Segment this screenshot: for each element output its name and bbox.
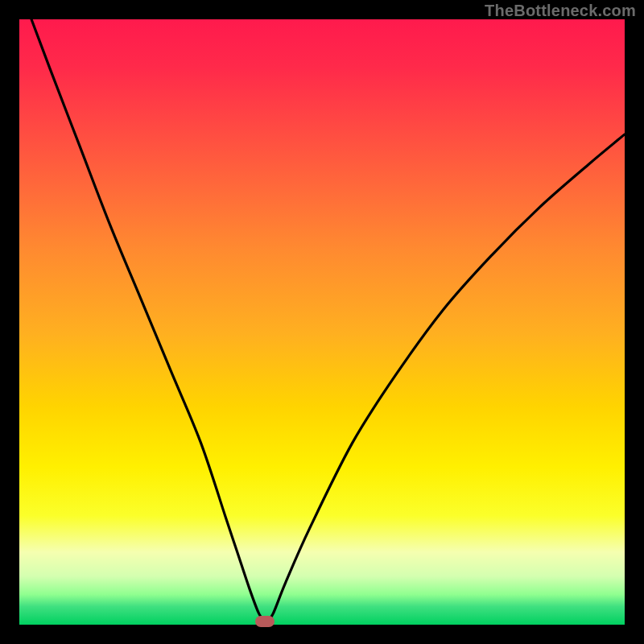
watermark-text: TheBottleneck.com	[485, 2, 636, 20]
chart-frame: TheBottleneck.com	[0, 0, 644, 644]
optimal-point-marker	[255, 616, 275, 627]
curve-path	[31, 19, 625, 623]
bottleneck-curve	[19, 19, 625, 625]
